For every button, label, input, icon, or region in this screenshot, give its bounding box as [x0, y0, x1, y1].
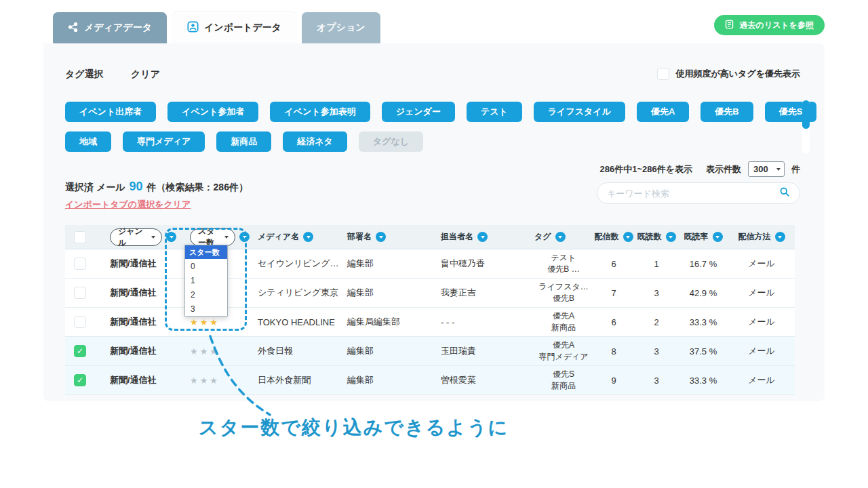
media-table: ジャンル スター数 メディア名 部署名 担当者名 タグ 配信数	[65, 225, 795, 395]
dropdown-option[interactable]: 2	[185, 287, 227, 302]
chevron-down-icon	[224, 236, 229, 239]
genre-cell: 新聞/通信社	[95, 374, 176, 386]
star-filter-dropdown: スター数 0 1 2 3	[184, 245, 228, 317]
media-name-cell: 日本外食新聞	[250, 374, 339, 386]
sent-count-cell: 6	[593, 317, 635, 327]
tag-button[interactable]: テスト	[467, 102, 522, 122]
keyword-search-box	[597, 182, 800, 204]
row-checkbox[interactable]	[74, 287, 86, 299]
star-sort-icon[interactable]	[239, 232, 250, 242]
sort-icon[interactable]	[303, 232, 313, 242]
genre-sort-icon[interactable]	[166, 232, 176, 242]
read-rate-cell: 37.5 %	[678, 346, 728, 357]
department-cell: 編集局編集部	[339, 316, 434, 328]
selection-summary: 選択済 メール 90 件（検索結果：286件）	[65, 180, 248, 194]
tab-label: インポートデータ	[204, 22, 281, 34]
table-row: 新聞/通信社 ★★★ TOKYO HEADLINE 編集局編集部 - - - 優…	[65, 308, 795, 337]
priority-tags-checkbox[interactable]	[657, 68, 669, 80]
past-list-button[interactable]: 過去のリストを参照	[714, 15, 825, 35]
search-icon[interactable]	[779, 186, 790, 200]
tag-button-no-tag[interactable]: タグなし	[359, 131, 423, 152]
read-count-cell: 3	[635, 288, 678, 298]
department-cell: 編集部	[339, 345, 434, 357]
col-sent: 配信数	[595, 231, 619, 243]
sent-count-cell: 8	[593, 346, 635, 357]
tags-cell: 優先S 新商品	[530, 369, 593, 392]
tab-label: オプション	[317, 22, 366, 34]
selected-count: 90	[130, 180, 143, 194]
app-window: メディアデータ インポートデータ オプション 過去のリストを参照	[0, 0, 868, 488]
list-controls: 286件中1~286件を表示 表示件数 300 件	[599, 161, 800, 177]
dropdown-option[interactable]: 1	[185, 273, 227, 287]
sent-count-cell: 6	[593, 259, 635, 269]
row-checkbox[interactable]	[74, 316, 86, 328]
tab-options[interactable]: オプション	[302, 12, 380, 43]
person-cell: 我妻正吉	[434, 287, 530, 299]
tag-row-1: イベント出席者 イベント参加者 イベント参加表明 ジェンダー テスト ライフスタ…	[65, 102, 816, 122]
tag-button[interactable]: 優先A	[637, 102, 689, 122]
tag-button[interactable]: ライフスタイル	[534, 102, 625, 122]
sort-icon[interactable]	[713, 232, 723, 242]
tag-button[interactable]: 優先B	[701, 102, 753, 122]
star-filter-select[interactable]: スター数	[190, 228, 235, 246]
col-media-name: メディア名	[258, 231, 299, 243]
share-icon	[68, 22, 79, 35]
method-cell: メール	[728, 374, 795, 386]
result-range-text: 286件中1~286件を表示	[599, 163, 692, 176]
row-checkbox-checked[interactable]	[74, 374, 86, 386]
row-checkbox[interactable]	[74, 258, 86, 270]
col-tags: タグ	[534, 231, 551, 243]
genre-filter-select[interactable]: ジャンル	[110, 228, 162, 246]
department-cell: 編集部	[339, 258, 434, 270]
sort-icon[interactable]	[555, 232, 566, 242]
clear-import-selection-link[interactable]: インポートタブの選択をクリア	[65, 199, 191, 211]
per-page-label: 表示件数	[706, 163, 741, 176]
tag-button[interactable]: ジェンダー	[382, 102, 455, 122]
scrollbar-thumb[interactable]	[802, 100, 810, 129]
genre-cell: 新聞/通信社	[95, 345, 176, 357]
select-all-checkbox[interactable]	[74, 231, 86, 243]
dropdown-option[interactable]: 0	[185, 259, 227, 273]
per-page-select[interactable]: 300	[748, 161, 785, 177]
search-result-count: 件（検索結果：286件）	[147, 182, 248, 194]
method-cell: メール	[728, 345, 795, 357]
sort-icon[interactable]	[666, 232, 676, 242]
row-checkbox-checked[interactable]	[74, 345, 86, 357]
col-read-rate: 既読率	[684, 231, 709, 243]
search-input[interactable]	[607, 188, 779, 199]
tab-media-data[interactable]: メディアデータ	[53, 12, 167, 43]
sort-icon[interactable]	[775, 232, 785, 242]
star-rating: ★★★	[190, 346, 220, 357]
dropdown-option-selected[interactable]: スター数	[185, 245, 227, 259]
tag-button[interactable]: イベント参加表明	[270, 102, 370, 122]
tag-button[interactable]: 新商品	[216, 131, 271, 152]
tag-button[interactable]: イベント出席者	[65, 102, 156, 122]
table-header-row: ジャンル スター数 メディア名 部署名 担当者名 タグ 配信数	[65, 225, 795, 249]
read-rate-cell: 33.3 %	[678, 375, 728, 386]
tag-button[interactable]: イベント参加者	[167, 102, 258, 122]
selected-mail-label: 選択済 メール	[65, 182, 125, 194]
genre-cell: 新聞/通信社	[95, 287, 176, 299]
priority-tags-toggle[interactable]: 使用頻度が高いタグを優先表示	[657, 68, 800, 80]
tag-select-label[interactable]: タグ選択	[65, 68, 104, 79]
tag-button[interactable]: 専門メディア	[123, 131, 205, 152]
tag-clear-button[interactable]: クリア	[131, 68, 160, 79]
tab-import-data[interactable]: インポートデータ	[172, 12, 296, 43]
dropdown-option[interactable]: 3	[185, 302, 227, 316]
person-cell: 畠中穂乃香	[434, 258, 530, 270]
sent-count-cell: 9	[593, 375, 635, 386]
tag-line: 優先A	[553, 310, 574, 322]
tag-button[interactable]: 地域	[65, 131, 111, 152]
sort-icon[interactable]	[477, 232, 488, 242]
media-name-cell: TOKYO HEADLINE	[250, 317, 339, 327]
department-cell: 編集部	[339, 374, 434, 386]
sort-icon[interactable]	[623, 232, 633, 242]
list-document-icon	[725, 20, 735, 31]
annotation-caption: スター数で絞り込みできるように	[199, 415, 509, 441]
read-rate-cell: 16.7 %	[678, 259, 728, 269]
sort-icon[interactable]	[376, 232, 386, 242]
tag-scrollbar[interactable]	[802, 100, 810, 153]
tag-button[interactable]: 経済ネタ	[283, 131, 347, 152]
tags-cell: 優先A 専門メディア	[530, 340, 593, 363]
table-row: 新聞/通信社 ★★★ 外食日報 編集部 玉田瑞貴 優先A 専門メディア 8 3 …	[65, 337, 795, 366]
